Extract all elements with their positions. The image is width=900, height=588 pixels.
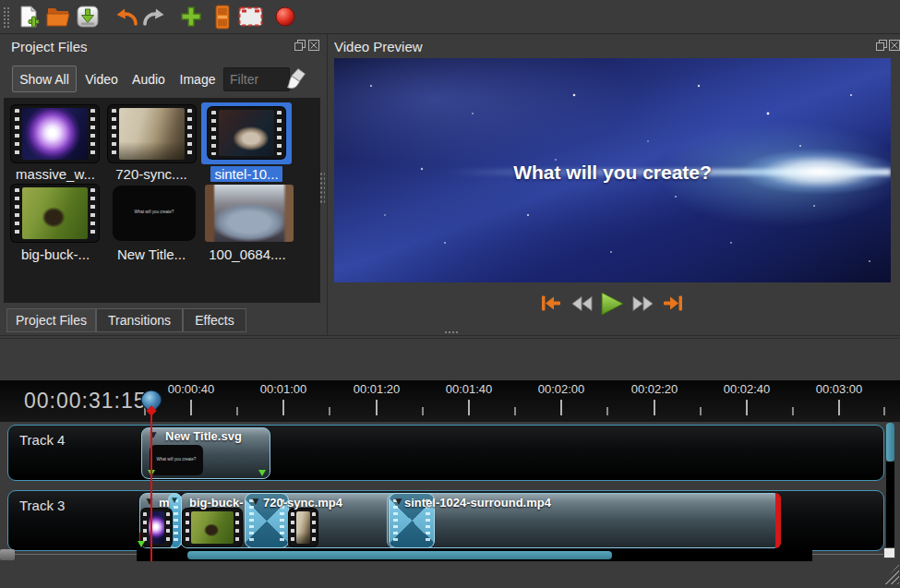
tab-project-files[interactable]: Project Files [6, 308, 96, 332]
redo-button[interactable] [140, 3, 168, 30]
file-label: 720-sync.... [105, 166, 198, 182]
panel-title: Video Preview [334, 39, 423, 54]
file-label: sintel-10... [200, 166, 293, 182]
jump-start-icon [540, 294, 562, 312]
redo-icon [142, 6, 166, 28]
fullscreen-button[interactable] [236, 3, 264, 30]
close-panel-button[interactable] [888, 40, 900, 53]
jump-to-end-button[interactable] [662, 294, 684, 315]
ruler-label: 00:01:20 [354, 382, 401, 396]
ruler-label: 00:00:40 [168, 382, 215, 396]
ruler-label: 00:02:40 [724, 382, 771, 396]
film-profile-icon [215, 5, 230, 30]
playhead-line[interactable] [150, 413, 152, 561]
choose-profile-button[interactable] [209, 3, 236, 30]
clip-menu-chevron-icon[interactable] [144, 495, 155, 508]
title-thumbnail: What will you create? [113, 186, 196, 241]
video-preview-frame: What will you create? [334, 58, 891, 282]
undo-button[interactable] [113, 3, 140, 30]
save-project-button[interactable] [74, 3, 102, 30]
filter-video[interactable]: Video [83, 66, 120, 92]
ruler-label: 00:03:00 [816, 382, 863, 396]
fullscreen-icon [238, 6, 263, 27]
trim-marker [775, 493, 781, 548]
fast-forward-button[interactable] [632, 295, 654, 315]
video-thumbnail [108, 105, 196, 162]
transition-chevron-icon[interactable] [393, 495, 404, 508]
rewind-button[interactable] [571, 295, 593, 315]
float-icon [876, 40, 887, 51]
rewind-icon [571, 295, 593, 312]
file-label: big-buck-... [9, 246, 102, 262]
horizontal-splitter[interactable] [444, 330, 459, 335]
add-media-icon [180, 6, 202, 28]
vertical-splitter[interactable] [319, 172, 325, 205]
add-media-button[interactable] [177, 3, 205, 30]
transition-chevron-icon[interactable] [250, 495, 261, 508]
image-thumbnail [205, 185, 294, 242]
ruler-label: 00:02:00 [538, 382, 585, 396]
clip-thumbnail [141, 509, 172, 546]
filter-input[interactable] [223, 67, 290, 91]
undo-icon [114, 6, 138, 28]
timeline-toolbar: 20 seconds [0, 338, 900, 381]
play-button[interactable] [600, 292, 625, 318]
current-time-display: 00:00:31:15 [24, 389, 147, 414]
float-panel-button[interactable] [875, 40, 888, 53]
ruler-label: 00:01:00 [260, 382, 307, 396]
float-panel-button[interactable] [294, 40, 306, 53]
hscroll-left-handle[interactable] [0, 549, 15, 560]
openshot-window: Project Files Show All Video Audio Image [0, 0, 900, 588]
clip-handle-icon[interactable] [138, 541, 145, 547]
filter-show-all[interactable]: Show All [12, 66, 77, 92]
panel-divider [327, 34, 328, 335]
clip-title: m [159, 496, 170, 510]
clip-thumbnail: What will you create? [150, 445, 203, 475]
window-resize-grip[interactable] [882, 564, 899, 584]
file-label: massive_w... [9, 166, 102, 182]
preview-title-text: What will you create? [334, 162, 891, 184]
open-project-button[interactable] [44, 3, 72, 30]
track-label: Track 4 [19, 432, 65, 448]
file-label: New Title... [105, 246, 198, 262]
clip-title: big-buck- [189, 496, 244, 510]
tab-effects[interactable]: Effects [183, 308, 246, 332]
jump-to-start-button[interactable] [540, 294, 562, 315]
preview-timeline-divider [0, 335, 900, 336]
clip-menu-chevron-icon[interactable] [148, 428, 159, 441]
clear-filter-button[interactable] [282, 65, 310, 92]
new-project-button[interactable] [15, 3, 42, 30]
panel-title: Project Files [11, 39, 88, 54]
float-icon [294, 40, 306, 51]
record-icon [275, 6, 295, 27]
vscroll-track[interactable] [886, 462, 894, 547]
new-project-icon [18, 6, 40, 28]
ruler-label: 00:02:20 [631, 382, 678, 396]
filter-audio[interactable]: Audio [129, 66, 168, 92]
track-4: Track 4 What will you create? New Title.… [7, 425, 884, 481]
video-thumbnail [11, 105, 99, 162]
export-video-button[interactable] [271, 3, 299, 30]
tab-transitions[interactable]: Transitions [96, 308, 183, 332]
clip-title: New Title.svg [165, 429, 242, 443]
play-icon [600, 292, 625, 316]
vertical-scrollbar[interactable] [886, 423, 894, 462]
horizontal-scrollbar[interactable] [187, 551, 612, 559]
close-icon [889, 40, 900, 51]
filter-image[interactable]: Image [177, 66, 218, 92]
jump-end-icon [662, 294, 684, 312]
clip-title: 720-sync.mp4 [263, 496, 342, 510]
scrollbar-corner [883, 547, 895, 558]
clip-handle-icon[interactable] [258, 470, 266, 476]
clip-thumbnail [183, 509, 242, 546]
transition-chevron-icon[interactable] [170, 495, 179, 505]
save-project-icon [77, 6, 99, 28]
track-label: Track 3 [19, 498, 65, 513]
toolbar-grip[interactable] [3, 6, 10, 28]
video-thumbnail [208, 107, 285, 159]
project-files-list: massive_w... 720-sync.... sintel-10... [4, 98, 320, 303]
track-3: Track 3 [7, 490, 884, 551]
close-panel-button[interactable] [307, 40, 320, 53]
clip-thumbnail [289, 509, 318, 546]
file-label: 100_0684.... [201, 246, 294, 262]
